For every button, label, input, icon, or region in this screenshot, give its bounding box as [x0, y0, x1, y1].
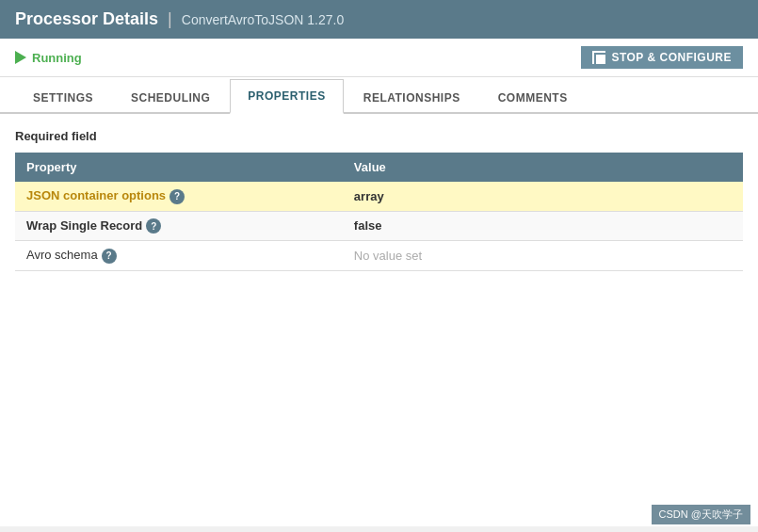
- tab-scheduling[interactable]: SCHEDULING: [113, 81, 228, 114]
- play-icon: [15, 51, 26, 64]
- table-row[interactable]: Avro schema?No value set: [15, 241, 743, 271]
- property-cell: Avro schema?: [15, 241, 343, 271]
- tab-relationships[interactable]: RELATIONSHIPS: [346, 81, 478, 114]
- header: Processor Details | ConvertAvroToJSON 1.…: [0, 0, 758, 39]
- property-name: Wrap Single Record: [26, 218, 142, 233]
- stop-configure-button[interactable]: STOP & CONFIGURE: [581, 46, 743, 69]
- column-header-action: [670, 153, 743, 182]
- status-bar: Running STOP & CONFIGURE: [0, 39, 758, 77]
- tab-settings[interactable]: SETTINGS: [15, 81, 111, 114]
- action-cell: [670, 211, 743, 241]
- content-area: Required field Property Value JSON conta…: [0, 114, 758, 526]
- tab-properties[interactable]: PROPERTIES: [230, 79, 343, 114]
- tabs-bar: SETTINGS SCHEDULING PROPERTIES RELATIONS…: [0, 77, 758, 114]
- value-text: No value set: [354, 249, 422, 263]
- stop-configure-label: STOP & CONFIGURE: [611, 51, 732, 64]
- table-row[interactable]: JSON container options?array: [15, 182, 743, 211]
- running-status: Running: [15, 51, 82, 65]
- help-icon[interactable]: ?: [102, 249, 117, 264]
- help-icon[interactable]: ?: [169, 189, 185, 204]
- value-cell[interactable]: No value set: [343, 241, 670, 271]
- action-cell: [670, 182, 743, 211]
- table-row[interactable]: Wrap Single Record?false: [15, 211, 743, 241]
- table-header-row: Property Value: [15, 153, 743, 182]
- property-name: JSON container options: [26, 188, 166, 202]
- column-header-value: Value: [343, 153, 670, 182]
- running-label: Running: [32, 51, 82, 65]
- property-cell: Wrap Single Record?: [15, 211, 343, 241]
- help-icon[interactable]: ?: [146, 218, 161, 234]
- column-header-property: Property: [15, 153, 343, 182]
- action-cell: [670, 241, 743, 271]
- processor-version: ConvertAvroToJSON 1.27.0: [182, 12, 345, 27]
- property-name: Avro schema: [26, 248, 98, 262]
- tab-comments[interactable]: COMMENTS: [480, 81, 586, 114]
- properties-table: Property Value JSON container options?ar…: [15, 153, 743, 271]
- header-divider: |: [168, 9, 172, 29]
- property-cell: JSON container options?: [15, 182, 343, 211]
- required-field-label: Required field: [15, 129, 743, 143]
- value-text: array: [354, 189, 384, 203]
- value-cell[interactable]: false: [343, 211, 670, 241]
- page-title: Processor Details: [15, 9, 158, 29]
- stop-icon: [592, 51, 605, 64]
- value-cell[interactable]: array: [343, 182, 670, 211]
- value-text: false: [354, 218, 382, 233]
- watermark: CSDN @天吹学子: [652, 505, 750, 524]
